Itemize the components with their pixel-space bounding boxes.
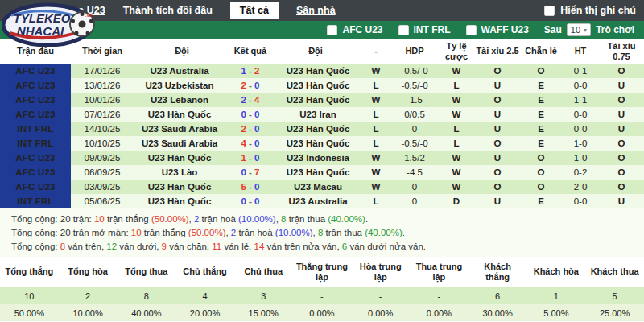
summary-segment: (10.00%) [238,214,276,224]
home-team-link[interactable]: U23 Saudi Arabia [134,122,230,136]
stats-value-cell: 5 [585,287,644,304]
waff-u23-label: WAFF U23 [481,24,529,35]
halftime-score: 0-0 [562,122,599,136]
match-row: AFC U2303/09/25U23 Hàn Quốc5 - 0U23 Maca… [0,180,644,194]
score-cell: 1 - 0 [230,151,270,165]
away-goals: 0 [254,109,259,119]
odd-even-letter: E [520,78,562,93]
hdp-value: -1.5 [391,93,438,107]
home-team-link[interactable]: U23 Saudi Arabia [134,136,230,151]
match-row: INT FRL10/10/25U23 Saudi Arabia4 - 0U23 … [0,136,644,151]
halftime-score: 0-0 [562,194,599,208]
home-team-link[interactable]: U23 Uzbekistan [134,78,230,93]
stats-percent-cell: 50.00% [0,304,59,321]
stats-percent-cell: 30.00% [469,304,527,321]
match-date: 05/06/25 [71,194,134,208]
away-team-link[interactable]: U23 Hàn Quốc [270,64,361,78]
odds-letter: W [438,180,475,194]
games-count-select[interactable]: 10 ▾ [567,23,591,36]
stats-header-cell: Hòa trung lập [351,257,410,287]
summary-segment: ván lẻ, [221,242,254,251]
competition-badge: AFC U23 [0,165,71,180]
filter-waff-u23: WAFF U23 [466,24,529,35]
totals-summary: Tổng cộng: 20 trận: 10 trận thắng (50.00… [0,208,644,257]
away-team-link[interactable]: U23 Iran [270,107,361,122]
stats-header-cell: Khách hòa [526,257,585,287]
stats-percent-cell: 0.00% [293,304,352,321]
stats-value-cell: 6 [469,287,527,304]
match-date: 07/01/26 [71,107,134,122]
away-team-link[interactable]: U23 Hàn Quốc [270,93,361,107]
summary-segment: ván dưới nửa ván. [347,242,426,251]
int-frl-checkbox[interactable] [398,25,409,35]
head-to-head-table: Trận đấu Thời gian Đội Kết quả Đội - HDP… [0,39,644,208]
summary-segment: ván chẵn, [167,242,212,251]
away-team-link[interactable]: U23 Indonesia [270,151,361,165]
home-team-link[interactable]: U23 Lebanon [134,93,230,107]
matches-tbody: AFC U2317/01/26U23 Australia1 - 2U23 Hàn… [0,64,644,208]
summary-segment: 10 [94,214,105,224]
away-team-link[interactable]: U23 Macau [270,180,361,194]
waff-u23-checkbox[interactable] [466,25,477,35]
result-letter: W [361,151,391,165]
home-team-link[interactable]: U23 Hàn Quốc [134,180,230,194]
away-team-link[interactable]: U23 Hàn Quốc [270,78,361,93]
match-date: 09/09/25 [71,151,134,165]
home-team-link[interactable]: U23 Hàn Quốc [134,194,230,208]
home-team-link[interactable]: U23 Hàn Quốc [134,151,230,165]
odd-even-letter: E [520,136,562,151]
home-team-link[interactable]: U23 Lào [134,165,230,180]
show-notes-checkbox[interactable] [544,6,555,16]
over-under-25-letter: O [475,165,520,180]
home-team-link[interactable]: U23 Hàn Quốc [134,107,230,122]
over-under-075-letter: U [599,122,644,136]
over-under-075-letter: U [599,107,644,122]
away-team-link[interactable]: U23 Hàn Quốc [270,136,361,151]
summary-segment: trận thua [323,228,365,237]
competition-badge: AFC U23 [0,78,71,93]
score-separator: - [246,196,254,206]
stats-value-cell: - [410,287,469,304]
home-team-link[interactable]: U23 Australia [134,64,230,78]
odd-even-letter: O [520,64,562,78]
odd-even-letter: O [520,180,562,194]
col-hdp: HDP [391,39,438,64]
summary-segment: 14 [254,242,265,251]
odd-even-letter: O [520,165,562,180]
away-team-link[interactable]: U23 Australia [270,194,361,208]
col-home-team: Đội [134,39,230,64]
tab-home[interactable]: Sân nhà [296,5,336,16]
competition-badge: AFC U23 [0,180,71,194]
score-separator: - [246,138,254,148]
away-team-link[interactable]: U23 Hàn Quốc [270,122,361,136]
afc-u23-checkbox[interactable] [327,25,337,35]
odds-letter: W [438,93,475,107]
stats-values-row: 102843---615 [0,287,644,304]
halftime-score: 1-1 [562,93,599,107]
tab-all[interactable]: Tất cả [230,2,279,19]
stats-value-cell: 4 [175,287,234,304]
summary-segment: . [402,228,405,237]
col-ou25: Tài xỉu 2.5 [475,39,520,64]
score-separator: - [246,80,254,90]
over-under-25-letter: O [475,136,520,151]
stats-breakdown-table: Tổng thắngTổng hòaTổng thuaChủ thắngChủ … [0,257,644,321]
summary-segment: (50.00%) [151,214,189,224]
away-goals: 0 [254,182,259,192]
score-cell: 2 - 0 [230,122,270,136]
away-team-link[interactable]: U23 Hàn Quốc [270,165,361,180]
summary-segment: ván trên, [65,242,106,251]
summary-segment: trận thắng [142,228,188,237]
stats-percents-row: 50.00%10.00%40.00%20.00%15.00%0.00%0.00%… [0,304,644,321]
odds-letter: W [438,165,475,180]
stats-percent-cell: 0.00% [351,304,410,321]
match-date: 13/01/26 [71,78,134,93]
over-under-075-letter: O [599,136,644,151]
odds-letter: W [438,64,475,78]
summary-segment: Tổng cộng: 20 trận mở màn: [11,228,131,237]
over-under-075-letter: O [599,180,644,194]
tylekeo-nhacai-logo: TYLEKEO NHACAI .VIN [2,2,101,47]
away-goals: 0 [254,138,259,148]
odds-letter: W [438,151,475,165]
stats-percent-cell: 15.00% [234,304,293,321]
